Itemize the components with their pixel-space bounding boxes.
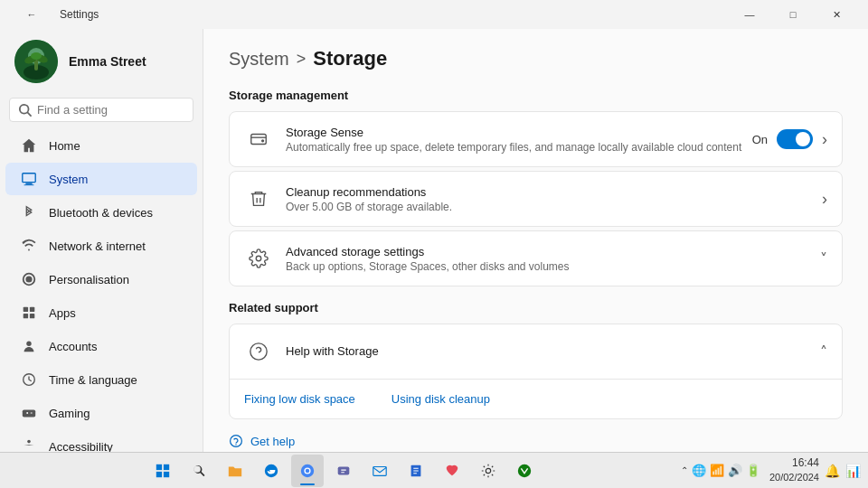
help-right	[820, 343, 827, 361]
sidebar-item-time[interactable]: Time & language	[5, 363, 197, 396]
storage-sense-text: Storage Sense Automatically free up spac…	[286, 126, 752, 154]
cleanup-text: Cleanup recommendations Over 5.00 GB of …	[286, 185, 822, 213]
storage-sense-card: Storage Sense Automatically free up spac…	[229, 111, 843, 167]
sidebar-label-gaming: Gaming	[49, 407, 90, 420]
taskbar-center	[7, 455, 681, 487]
app-title: Settings	[60, 8, 99, 21]
advanced-text: Advanced storage settings Back up option…	[286, 245, 820, 273]
avatar	[14, 40, 58, 83]
clock[interactable]: 16:44 20/02/2024	[769, 455, 819, 484]
tray-arrow[interactable]: ⌃	[681, 465, 688, 475]
cleanup-card: Cleanup recommendations Over 5.00 GB of …	[229, 171, 843, 227]
search-box[interactable]	[9, 98, 193, 122]
bluetooth-icon	[20, 203, 38, 221]
search-icon	[19, 104, 32, 117]
breadcrumb-current: Storage	[313, 47, 387, 70]
sidebar-label-accounts: Accounts	[49, 340, 97, 353]
cleanup-row[interactable]: Cleanup recommendations Over 5.00 GB of …	[230, 172, 842, 226]
cleanup-icon	[244, 184, 273, 213]
advanced-row[interactable]: Advanced storage settings Back up option…	[230, 231, 842, 286]
svg-rect-12	[24, 314, 28, 318]
svg-rect-10	[24, 307, 28, 312]
profile-name: Emma Street	[69, 54, 146, 69]
sidebar-item-network[interactable]: Network & internet	[5, 230, 197, 262]
taskbar-settings[interactable]	[472, 455, 505, 487]
storage-sense-icon	[244, 125, 273, 154]
taskbar-todo[interactable]	[400, 455, 432, 487]
notification-icon[interactable]: 🔔	[825, 464, 840, 478]
sidebar-item-personalisation[interactable]: Personalisation	[5, 263, 197, 296]
svg-point-14	[26, 342, 31, 346]
sidebar-label-apps: Apps	[49, 306, 76, 320]
sidebar-label-home: Home	[49, 139, 80, 153]
maximize-button[interactable]: □	[772, 0, 814, 29]
taskbar-teams[interactable]	[327, 455, 360, 487]
advanced-card: Advanced storage settings Back up option…	[229, 230, 843, 286]
taskbar-edge[interactable]	[255, 455, 288, 487]
system-tray: ⌃ 🌐 📶 🔊 🔋	[681, 464, 760, 477]
taskbar-search[interactable]	[183, 455, 215, 487]
cleanup-title: Cleanup recommendations	[286, 185, 822, 199]
advanced-subtitle: Back up options, Storage Spaces, other d…	[286, 260, 820, 273]
advanced-title: Advanced storage settings	[286, 245, 820, 258]
taskbar-xbox[interactable]	[508, 455, 541, 487]
sidebar-item-bluetooth[interactable]: Bluetooth & devices	[5, 196, 197, 229]
taskbar-mail[interactable]	[363, 455, 396, 487]
clock-date: 20/02/2024	[769, 471, 819, 484]
apps-icon	[20, 304, 38, 322]
sidebar-item-accessibility[interactable]: Accessibility	[5, 430, 197, 452]
sidebar-item-apps[interactable]: Apps	[5, 296, 197, 329]
tray-network: 🌐	[692, 464, 706, 477]
taskbar-health[interactable]	[436, 455, 468, 487]
sidebar-label-accessibility: Accessibility	[49, 440, 113, 453]
taskbar-right: ⌃ 🌐 📶 🔊 🔋 16:44 20/02/2024 🔔 📊	[681, 455, 861, 484]
time-icon	[20, 371, 38, 389]
breadcrumb-separator: >	[297, 50, 307, 69]
search-input[interactable]	[37, 103, 184, 117]
widgets-icon[interactable]: 📊	[845, 464, 861, 478]
svg-point-35	[486, 468, 491, 473]
storage-sense-chevron	[822, 130, 827, 149]
storage-sense-toggle[interactable]	[777, 129, 813, 149]
svg-rect-32	[338, 466, 350, 474]
help-links: Fixing low disk space Using disk cleanup	[230, 380, 842, 418]
minimize-button[interactable]: —	[729, 0, 770, 29]
svg-rect-26	[156, 471, 162, 476]
svg-rect-8	[25, 183, 32, 185]
svg-rect-7	[23, 174, 35, 183]
svg-point-17	[27, 440, 31, 444]
back-button[interactable]: ←	[11, 0, 52, 29]
svg-rect-16	[23, 409, 35, 417]
personalisation-icon	[20, 270, 38, 288]
sidebar-item-accounts[interactable]: Accounts	[5, 330, 197, 362]
storage-sense-title: Storage Sense	[286, 126, 752, 139]
sidebar-item-system[interactable]: System	[5, 163, 197, 195]
sidebar-label-time: Time & language	[49, 373, 137, 387]
titlebar: ← Settings — □ ✕	[0, 0, 868, 29]
sidebar-item-home[interactable]: Home	[5, 129, 197, 162]
taskbar: ⌃ 🌐 📶 🔊 🔋 16:44 20/02/2024 🔔 📊	[0, 452, 868, 488]
profile-section[interactable]: Emma Street	[0, 29, 203, 98]
get-help-link[interactable]: Get help	[229, 434, 843, 448]
sidebar-item-gaming[interactable]: Gaming	[5, 397, 197, 429]
svg-point-6	[31, 52, 42, 60]
storage-sense-row[interactable]: Storage Sense Automatically free up spac…	[230, 112, 842, 166]
svg-rect-27	[164, 471, 169, 476]
svg-rect-13	[30, 314, 34, 318]
close-button[interactable]: ✕	[816, 0, 857, 29]
svg-point-21	[250, 343, 267, 360]
cleanup-chevron	[822, 190, 827, 209]
svg-point-20	[256, 256, 261, 261]
fixing-disk-space-link[interactable]: Fixing low disk space	[244, 392, 355, 406]
taskbar-chrome[interactable]	[291, 455, 324, 487]
home-icon	[20, 136, 38, 155]
taskbar-explorer[interactable]	[219, 455, 251, 487]
help-title: Help with Storage	[286, 344, 820, 358]
help-row[interactable]: Help with Storage	[230, 324, 842, 380]
sidebar-label-personalisation: Personalisation	[49, 273, 129, 286]
cleanup-right	[822, 190, 827, 209]
network-icon	[20, 237, 38, 255]
svg-point-19	[262, 140, 264, 142]
disk-cleanup-link[interactable]: Using disk cleanup	[392, 392, 490, 406]
start-button[interactable]	[146, 455, 179, 487]
